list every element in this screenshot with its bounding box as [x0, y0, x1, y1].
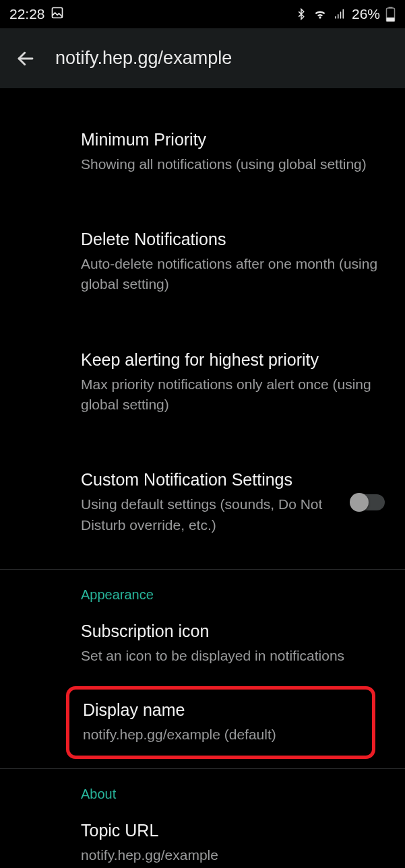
setting-title: Delete Notifications [81, 228, 378, 251]
back-button[interactable] [12, 45, 39, 72]
gallery-icon [51, 6, 64, 23]
setting-topic-url[interactable]: Topic URL notify.hep.gg/example [0, 806, 405, 868]
toggle-thumb [350, 493, 369, 512]
setting-title: Keep alerting for highest priority [81, 349, 378, 372]
toggle-switch[interactable] [351, 494, 385, 510]
bluetooth-icon [295, 7, 307, 21]
setting-title: Subscription icon [81, 620, 378, 643]
setting-keep-alerting[interactable]: Keep alerting for highest priority Max p… [0, 335, 405, 429]
section-label-appearance: Appearance [0, 570, 405, 607]
setting-subtitle: notify.hep.gg/example (default) [83, 725, 359, 745]
setting-subscription-icon[interactable]: Subscription icon Set an icon to be disp… [0, 607, 405, 679]
svg-rect-3 [387, 18, 395, 22]
setting-subtitle: Set an icon to be displayed in notificat… [81, 646, 378, 666]
setting-title: Display name [83, 699, 359, 722]
status-time: 22:28 [9, 6, 45, 22]
svg-rect-0 [52, 7, 62, 18]
setting-display-name-highlight[interactable]: Display name notify.hep.gg/example (defa… [66, 686, 375, 759]
battery-icon [385, 7, 396, 22]
setting-subtitle: Showing all notifications (using global … [81, 154, 378, 174]
wifi-icon [313, 7, 328, 21]
signal-icon [333, 8, 346, 20]
setting-title: Topic URL [81, 820, 378, 842]
settings-list: Minimum Priority Showing all notificatio… [0, 88, 405, 868]
page-title: notify.hep.gg/example [55, 48, 232, 69]
arrow-left-icon [15, 48, 36, 69]
setting-subtitle: Auto-delete notifications after one mont… [81, 254, 378, 295]
status-bar: 22:28 26% [0, 0, 405, 28]
setting-title: Minimum Priority [81, 129, 378, 152]
setting-delete-notifications[interactable]: Delete Notifications Auto-delete notific… [0, 215, 405, 308]
battery-percent: 26% [352, 6, 380, 22]
setting-minimum-priority[interactable]: Minimum Priority Showing all notificatio… [0, 115, 405, 188]
setting-subtitle: Using default settings (sounds, Do Not D… [81, 494, 338, 535]
section-label-about: About [0, 769, 405, 806]
app-bar: notify.hep.gg/example [0, 28, 405, 88]
setting-subtitle: Max priority notifications only alert on… [81, 374, 378, 415]
setting-title: Custom Notification Settings [81, 469, 338, 492]
setting-subtitle: notify.hep.gg/example [81, 845, 378, 865]
setting-custom-notification-settings[interactable]: Custom Notification Settings Using defau… [0, 455, 405, 549]
